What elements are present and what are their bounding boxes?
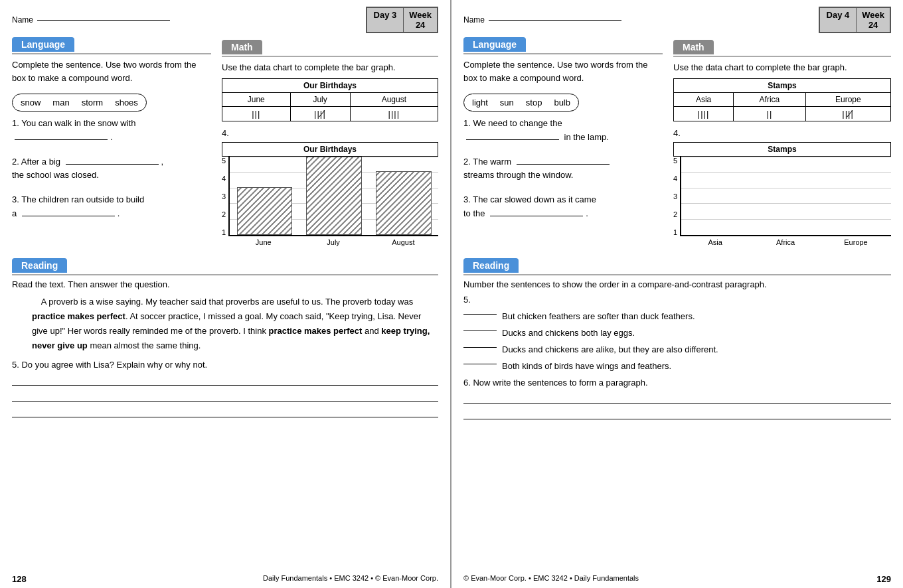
math-col-right: Math Use the data chart to complete the …	[673, 40, 891, 250]
footer-left: 128 Daily Fundamentals • EMC 3242 • © Ev…	[12, 574, 438, 584]
bold-3: keep trying, never give up	[32, 326, 430, 350]
reading-header-bar-left: Reading	[12, 258, 438, 273]
reading-rule-right	[463, 274, 891, 275]
graph-num-right: 4.	[673, 128, 891, 138]
answer-line-2[interactable]	[12, 390, 438, 402]
name-underline-right	[489, 20, 621, 21]
tally-africa: ||	[734, 106, 805, 121]
reading-section-right: Reading Number the sentences to show the…	[463, 258, 891, 419]
reading-header-right: Reading	[463, 258, 519, 273]
stamps-title: Stamps	[674, 78, 891, 92]
fill-r1[interactable]	[466, 139, 559, 140]
page-left: Name Day 3 Week 24 Language Complete the…	[0, 0, 452, 588]
tally-chart-left: Our Birthdays June July August ||| ||||̸…	[222, 78, 438, 121]
page-right-header: Name Day 4 Week 24	[463, 7, 891, 33]
stamps-tally-table: Stamps Asia Africa Europe |||| || ||||̸	[673, 78, 891, 121]
language-header-bar-left: Language	[12, 37, 211, 52]
language-sentences-right: 1. We need to change the in the lamp. 2.…	[463, 117, 663, 221]
math-col-left: Math Use the data chart to complete the …	[222, 40, 438, 250]
language-rule-left	[12, 53, 211, 54]
math-instruction-right: Use the data chart to complete the bar g…	[673, 61, 891, 74]
col-july: July	[290, 92, 350, 106]
sentence-3-right: 3. The car slowed down as it came to the…	[463, 193, 663, 221]
fill-3-left[interactable]	[22, 216, 115, 216]
order-blank-3[interactable]	[463, 347, 497, 348]
language-instruction-left: Complete the sentence. Use two words fro…	[12, 58, 211, 84]
bar-africa	[751, 157, 821, 235]
sentence-order-list: But chicken feathers are softer than duc…	[463, 311, 891, 371]
tally-june: |||	[222, 106, 291, 121]
page-num-right: 129	[876, 574, 891, 584]
name-label-right: Name	[463, 15, 485, 25]
bar-label-europe: Europe	[821, 238, 891, 246]
day-badge-right: Day 4 Week 24	[819, 7, 891, 33]
answer-line-3[interactable]	[12, 405, 438, 417]
bar-label-june: June	[228, 238, 298, 246]
order-blank-1[interactable]	[463, 314, 497, 315]
bar-june	[230, 157, 299, 235]
bar-graph-body: 5 4 3 2 1	[222, 157, 438, 246]
name-line-left: Name	[12, 15, 170, 25]
chart-title-left: Our Birthdays	[222, 78, 438, 92]
graph-num-left: 4.	[222, 128, 438, 138]
math-rule-left	[222, 56, 438, 57]
bar-graph-area-left: June July August	[228, 157, 438, 246]
word-storm: storm	[82, 98, 104, 108]
col-asia: Asia	[674, 92, 734, 106]
tally-asia: ||||	[674, 106, 734, 121]
bar-graph-y-axis: 5 4 3 2 1	[222, 157, 226, 236]
tally-july: ||||̸	[290, 106, 350, 121]
reading-passage-left: A proverb is a wise saying. My teacher s…	[32, 295, 438, 353]
bar-july	[299, 157, 369, 235]
bar-label-july: July	[298, 238, 368, 246]
page-left-header: Name Day 3 Week 24	[12, 7, 438, 33]
language-sentences-left: 1. You can walk in the snow with . 2. Af…	[12, 117, 211, 221]
tally-chart-right: Stamps Asia Africa Europe |||| || ||||̸	[673, 78, 891, 121]
copyright-left: Daily Fundamentals • EMC 3242 • © Evan-M…	[263, 574, 438, 584]
reading-rule-left	[12, 274, 438, 275]
word-light: light	[472, 98, 488, 108]
order-blank-2[interactable]	[463, 331, 497, 331]
word-bulb: bulb	[554, 98, 570, 108]
tally-table-left: Our Birthdays June July August ||| ||||̸…	[222, 78, 438, 121]
sentence-1-right: 1. We need to change the in the lamp.	[463, 117, 663, 145]
reading-question-5-right: 5.	[463, 295, 891, 305]
copyright-right: © Evan-Moor Corp. • EMC 3242 • Daily Fun…	[463, 574, 639, 584]
language-header-left: Language	[12, 37, 74, 52]
math-instruction-left: Use the data chart to complete the bar g…	[222, 61, 438, 74]
fill-r2[interactable]	[517, 164, 610, 165]
bar-label-asia: Asia	[680, 238, 750, 246]
word-box-right: light sun stop bulb	[463, 94, 579, 111]
fill-2-left[interactable]	[66, 164, 159, 165]
page-num-left: 128	[12, 574, 27, 584]
answer-line-r1[interactable]	[463, 392, 891, 404]
language-header-bar-right: Language	[463, 37, 663, 52]
left-language-col: Language Complete the sentence. Use two …	[12, 37, 211, 250]
fill-1-left[interactable]	[15, 139, 108, 140]
day-badge-left: Day 3 Week 24	[366, 7, 438, 33]
fill-r3[interactable]	[490, 216, 583, 216]
bar-graph-right: Stamps 5 4 3 2 1	[673, 142, 891, 246]
answer-line-1[interactable]	[12, 374, 438, 386]
sentence-order-1: But chicken feathers are softer than duc…	[463, 311, 891, 321]
reading-question-5: 5. Do you agree with Lisa? Explain why o…	[12, 360, 438, 370]
bar-graph-inner-right	[680, 157, 891, 236]
order-blank-4[interactable]	[463, 364, 497, 364]
bar-label-august: August	[369, 238, 438, 246]
right-language-col: Language Complete the sentence. Use two …	[463, 37, 663, 250]
reading-header-left: Reading	[12, 258, 67, 273]
bar-labels-right: Asia Africa Europe	[680, 238, 891, 246]
bar-graph-left: Our Birthdays 5 4 3 2 1	[222, 142, 438, 246]
bold-2: practice makes perfect	[269, 326, 363, 336]
answer-line-r2[interactable]	[463, 407, 891, 419]
bar-label-africa: Africa	[750, 238, 821, 246]
bar-august	[369, 157, 438, 235]
bar-asia	[681, 157, 751, 235]
bar-august-fill	[376, 171, 432, 235]
reading-section-left: Reading Read the text. Then answer the q…	[12, 258, 438, 417]
word-stop: stop	[526, 98, 542, 108]
col-june: June	[222, 92, 291, 106]
bar-graph-title-left: Our Birthdays	[222, 142, 438, 157]
bar-june-fill	[237, 187, 293, 235]
word-snow: snow	[21, 98, 41, 108]
